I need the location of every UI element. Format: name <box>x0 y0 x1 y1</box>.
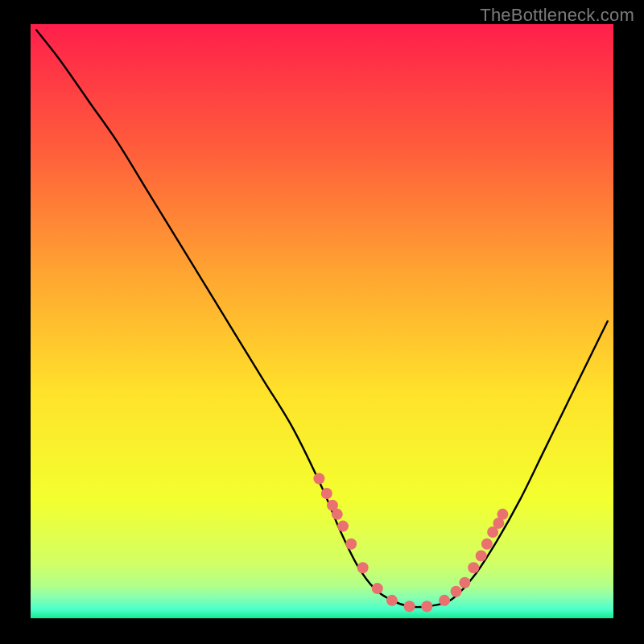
curve-marker <box>321 488 332 499</box>
curve-marker <box>357 562 369 573</box>
curve-marker <box>459 577 470 588</box>
curve-marker <box>476 551 487 562</box>
curve-marker <box>451 586 462 597</box>
curve-marker <box>337 521 349 532</box>
bottleneck-chart <box>0 0 644 644</box>
curve-marker <box>404 601 415 612</box>
chart-stage: TheBottleneck.com <box>0 0 644 644</box>
curve-marker <box>468 562 479 573</box>
curve-marker <box>313 473 324 485</box>
curve-marker <box>481 539 493 550</box>
curve-marker <box>421 601 432 612</box>
curve-marker <box>332 509 343 520</box>
plot-background <box>31 24 613 618</box>
curve-marker <box>372 583 383 594</box>
curve-marker <box>386 595 398 606</box>
curve-marker <box>345 539 357 550</box>
curve-marker <box>497 509 508 520</box>
curve-marker <box>439 595 450 606</box>
watermark-text: TheBottleneck.com <box>480 5 634 26</box>
